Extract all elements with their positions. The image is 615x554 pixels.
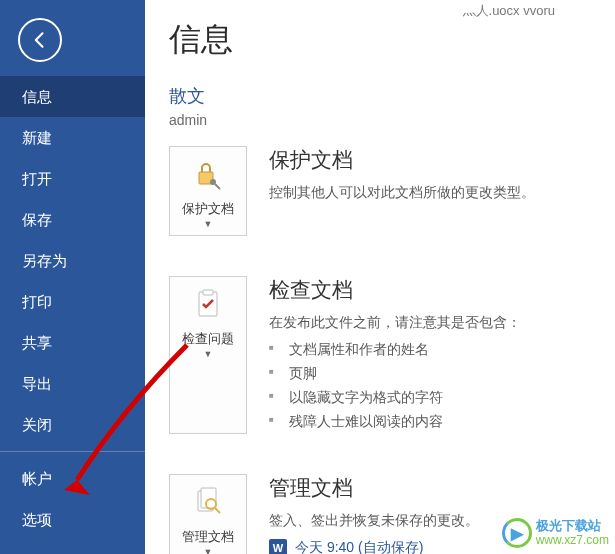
sidebar-item-label: 帐户 [22, 470, 52, 487]
check-issues-button[interactable]: 检查问题 ▼ [169, 276, 247, 434]
section-protect: 保护文档 ▼ 保护文档 控制其他人可以对此文档所做的更改类型。 [169, 146, 615, 236]
sidebar-item-label: 另存为 [22, 252, 67, 269]
document-search-icon [172, 485, 244, 521]
watermark-url: www.xz7.com [536, 534, 609, 547]
lock-key-icon [172, 157, 244, 193]
sidebar-item-label: 新建 [22, 129, 52, 146]
version-label: 今天 9:40 (自动保存) [295, 539, 423, 554]
section-heading: 管理文档 [269, 474, 615, 502]
list-item: 以隐藏文字为格式的字符 [269, 386, 615, 410]
list-item: 文档属性和作者的姓名 [269, 338, 615, 362]
title-bar-text: 灬人.uocx vvoru [463, 2, 555, 20]
sidebar-item-saveas[interactable]: 另存为 [0, 240, 145, 281]
sidebar-item-save[interactable]: 保存 [0, 199, 145, 240]
document-check-icon [172, 287, 244, 323]
sidebar-item-account[interactable]: 帐户 [0, 458, 145, 499]
inspect-bullet-list: 文档属性和作者的姓名 页脚 以隐藏文字为格式的字符 残障人士难以阅读的内容 [269, 338, 615, 434]
sidebar-item-close[interactable]: 关闭 [0, 404, 145, 445]
list-item: 页脚 [269, 362, 615, 386]
section-description: 在发布此文件之前，请注意其是否包含： [269, 314, 615, 332]
sidebar-item-label: 打印 [22, 293, 52, 310]
manage-document-button[interactable]: 管理文档 ▼ [169, 474, 247, 554]
sidebar-item-options[interactable]: 选项 [0, 499, 145, 540]
sidebar-separator [0, 451, 145, 452]
sidebar-item-label: 导出 [22, 375, 52, 392]
chevron-down-icon: ▼ [172, 547, 244, 554]
section-description: 控制其他人可以对此文档所做的更改类型。 [269, 184, 615, 202]
watermark-name: 极光下载站 [536, 519, 609, 533]
sidebar-item-label: 保存 [22, 211, 52, 228]
list-item: 残障人士难以阅读的内容 [269, 410, 615, 434]
backstage-sidebar: 信息 新建 打开 保存 另存为 打印 共享 导出 关闭 帐户 选项 [0, 0, 145, 554]
document-name[interactable]: 散文 [169, 84, 615, 108]
svg-rect-5 [201, 488, 216, 508]
sidebar-item-label: 选项 [22, 511, 52, 528]
svg-rect-3 [203, 290, 213, 295]
watermark-logo-icon: ▶ [502, 518, 532, 548]
arrow-left-icon [30, 30, 50, 50]
sidebar-item-label: 打开 [22, 170, 52, 187]
word-doc-icon: W [269, 539, 287, 554]
back-button[interactable] [18, 18, 62, 62]
button-label: 管理文档 [182, 529, 234, 544]
sidebar-item-share[interactable]: 共享 [0, 322, 145, 363]
button-label: 保护文档 [182, 201, 234, 216]
watermark: ▶ 极光下载站 www.xz7.com [502, 518, 609, 548]
sidebar-item-new[interactable]: 新建 [0, 117, 145, 158]
chevron-down-icon: ▼ [172, 219, 244, 229]
document-author: admin [169, 112, 615, 128]
page-title: 信息 [169, 18, 615, 62]
sidebar-item-label: 信息 [22, 88, 52, 105]
sidebar-item-export[interactable]: 导出 [0, 363, 145, 404]
sidebar-item-info[interactable]: 信息 [0, 76, 145, 117]
chevron-down-icon: ▼ [172, 349, 244, 359]
section-heading: 检查文档 [269, 276, 615, 304]
button-label: 检查问题 [182, 331, 234, 346]
backstage-content: 灬人.uocx vvoru 信息 散文 admin 保护文档 ▼ 保护文档 控制… [145, 0, 615, 554]
section-heading: 保护文档 [269, 146, 615, 174]
sidebar-item-label: 关闭 [22, 416, 52, 433]
protect-document-button[interactable]: 保护文档 ▼ [169, 146, 247, 236]
sidebar-item-label: 共享 [22, 334, 52, 351]
sidebar-item-open[interactable]: 打开 [0, 158, 145, 199]
section-inspect: 检查问题 ▼ 检查文档 在发布此文件之前，请注意其是否包含： 文档属性和作者的姓… [169, 276, 615, 434]
sidebar-item-print[interactable]: 打印 [0, 281, 145, 322]
